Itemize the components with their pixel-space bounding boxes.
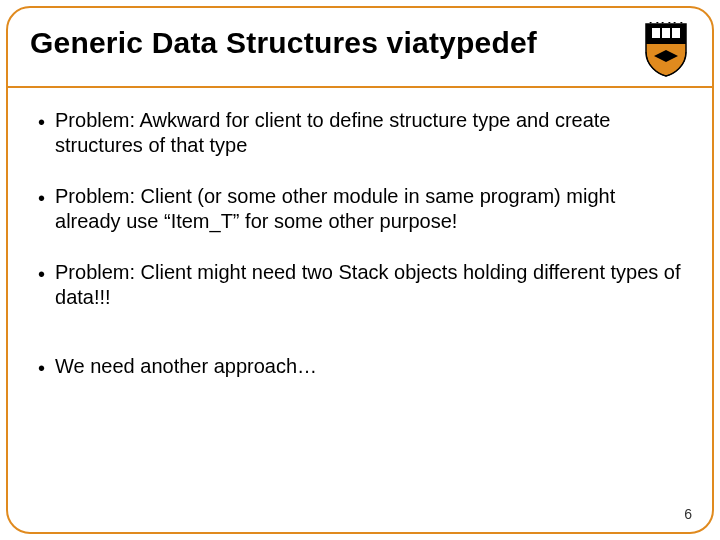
bullet-item: • Problem: Client might need two Stack o… (38, 260, 682, 310)
content-area: • Problem: Awkward for client to define … (38, 108, 682, 492)
bullet-text: We need another approach… (55, 354, 682, 379)
svg-rect-2 (662, 28, 670, 38)
bullet-text: Problem: Client (or some other module in… (55, 184, 682, 234)
bullet-text: Problem: Awkward for client to define st… (55, 108, 682, 158)
title-divider (8, 86, 712, 88)
bullet-dot-icon: • (38, 356, 45, 381)
bullet-item: • Problem: Client (or some other module … (38, 184, 682, 234)
bullet-dot-icon: • (38, 186, 45, 211)
svg-rect-1 (672, 28, 680, 38)
title-area: Generic Data Structures viatypedef (8, 8, 712, 70)
bullet-item: • Problem: Awkward for client to define … (38, 108, 682, 158)
bullet-item: • We need another approach… (38, 354, 682, 381)
princeton-shield-icon (644, 22, 688, 78)
slide-frame: Generic Data Structures viatypedef • Pro… (6, 6, 714, 534)
slide-title: Generic Data Structures viatypedef (30, 26, 690, 60)
svg-rect-0 (652, 28, 660, 38)
bullet-dot-icon: • (38, 110, 45, 135)
bullet-text: Problem: Client might need two Stack obj… (55, 260, 682, 310)
bullet-dot-icon: • (38, 262, 45, 287)
page-number: 6 (684, 506, 692, 522)
